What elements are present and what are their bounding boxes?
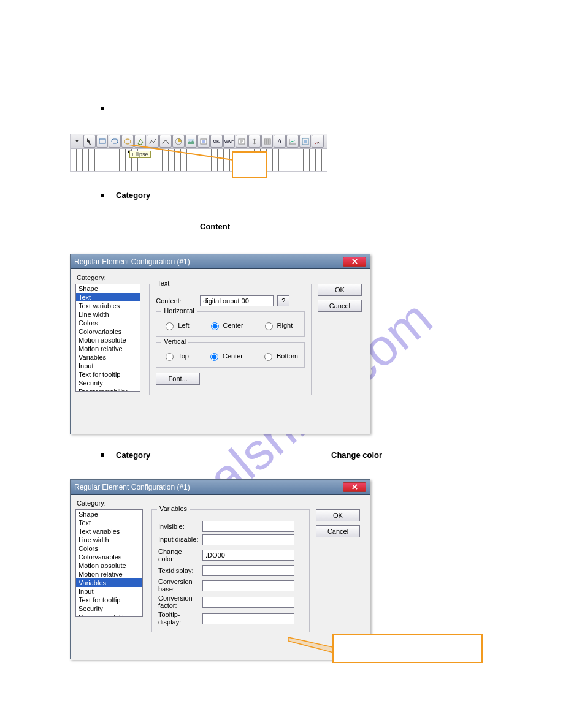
label-content: Content: [156,297,200,305]
radio-center[interactable]: Center [208,320,243,330]
list-item[interactable]: Text for tooltip [76,596,142,604]
list-item[interactable]: Line width [76,310,140,319]
bullet-icon [101,453,104,457]
label-tooltip-display: Tooltip-display: [158,612,202,626]
label-change-color: Change color: [158,548,202,563]
dialog-1: Regular Element Configuration (#1) Categ… [70,254,370,434]
dialog-2-title: Regular Element Configuration (#1) [74,483,190,491]
bullet-category-1: Category [101,191,150,200]
svg-rect-12 [304,140,307,143]
svg-line-13 [129,145,233,160]
list-item[interactable]: Motion absolute [76,561,142,570]
tooltip-display-input[interactable] [202,613,294,624]
dialog-2-category-label: Category: [77,499,365,507]
conv-base-input[interactable] [202,580,294,591]
toolbar-btn-activex[interactable] [299,135,312,148]
list-item[interactable]: Motion absolute [76,336,140,344]
list-item[interactable]: Colorvariables [76,553,142,561]
radio-top[interactable]: Top [163,351,189,361]
label-category-2: Category [116,450,150,460]
list-item[interactable]: Input [76,587,142,596]
dialog-1-title: Regular Element Configuration (#1) [74,257,190,266]
dialog-1-category-label: Category: [77,274,365,281]
toolbar-btn-roundrect[interactable] [109,135,121,148]
groupbox-legend: Text [155,279,172,287]
list-item[interactable]: Programmability [76,387,140,392]
list-item[interactable]: Variables [76,578,142,587]
content-input[interactable] [200,295,274,306]
dialog-1-text-group: Text Content: ? Horizontal Left Center R… [149,284,312,395]
callout-box-2 [332,634,483,663]
radio-center-v[interactable]: Center [207,351,243,361]
change-color-input[interactable] [202,550,294,561]
radio-bottom[interactable]: Bottom [261,351,298,361]
invisible-input[interactable] [202,521,294,532]
ok-button[interactable]: OK [318,284,362,296]
list-item[interactable]: Text [76,293,140,301]
dialog-2: Regular Element Configuration (#1) Categ… [70,479,370,659]
bullet-small-1 [101,107,116,110]
font-button[interactable]: Font... [156,373,200,385]
list-item[interactable]: Text for tooltip [76,370,140,379]
dialog-1-horizontal-group: Horizontal Left Center Right [156,311,305,337]
list-item[interactable]: Line width [76,536,142,544]
list-item[interactable]: Text variables [76,301,140,310]
dialog-1-category-list[interactable]: Shape Text Text variables Line width Col… [75,284,140,392]
bullet-category-2: Category [101,450,150,460]
list-item[interactable]: Shape [76,510,142,518]
svg-point-3 [124,139,131,144]
list-item[interactable]: Colors [76,319,140,327]
list-item[interactable]: Shape [76,284,140,293]
label-input-disable: Input disable: [158,536,202,544]
toolbar-btn-text[interactable]: A [274,135,286,148]
list-item[interactable]: Text [76,518,142,527]
toolbar-btn-edit[interactable] [236,135,248,148]
dialog-2-titlebar: Regular Element Configuration (#1) [71,480,370,495]
bullet-icon [101,194,104,197]
list-item[interactable]: Security [76,379,140,387]
list-item[interactable]: Colorvariables [76,327,140,336]
groupbox-legend: Vertical [161,338,188,345]
ok-button[interactable]: OK [316,509,360,521]
callout-box-1 [232,151,267,178]
svg-rect-7 [202,140,205,143]
cancel-button[interactable]: Cancel [318,300,362,312]
toolbar-btn-trend[interactable] [286,135,299,148]
radio-right[interactable]: Right [262,320,293,330]
dialog-1-vertical-group: Vertical Top Center Bottom [156,342,305,368]
cancel-button[interactable]: Cancel [316,525,360,537]
dialog-1-close-button[interactable] [343,257,366,267]
textdisplay-input[interactable] [202,565,294,576]
dialog-2-category-list[interactable]: Shape Text Text variables Line width Col… [75,509,143,617]
groupbox-legend: Variables [157,505,190,512]
toolbar-btn-scroll[interactable] [248,135,261,148]
svg-rect-1 [99,139,105,143]
list-item[interactable]: Motion relative [76,344,140,353]
toolbar-btn-table[interactable] [261,135,274,148]
list-item[interactable]: Input [76,362,140,370]
svg-rect-9 [254,139,255,144]
input-disable-input[interactable] [202,534,294,545]
list-item[interactable]: Variables [76,353,140,362]
dialog-2-close-button[interactable] [343,482,366,492]
label-invisible: Invisible: [158,523,202,530]
radio-left[interactable]: Left [163,320,189,330]
groupbox-legend: Horizontal [161,307,197,314]
list-item[interactable]: Security [76,604,142,613]
conv-factor-input[interactable] [202,597,294,608]
callout-line-1 [129,145,236,163]
toolbar-btn-meter[interactable] [312,135,324,148]
list-item[interactable]: Programmability [76,613,142,617]
label-category-1: Category [116,191,150,200]
question-button[interactable]: ? [277,295,289,306]
toolbar-btn-arrow[interactable] [83,135,96,148]
svg-rect-2 [112,139,118,143]
list-item[interactable]: Colors [76,544,142,553]
toolbar-btn-rect[interactable] [96,135,109,148]
list-item[interactable]: Text variables [76,527,142,536]
label-content: Content [200,221,230,232]
label-conv-factor: Conversion factor: [158,595,202,609]
label-textdisplay: Textdisplay: [158,567,202,574]
toolbar-dropdown-icon[interactable]: ▼ [73,138,81,144]
list-item[interactable]: Motion relative [76,570,142,578]
